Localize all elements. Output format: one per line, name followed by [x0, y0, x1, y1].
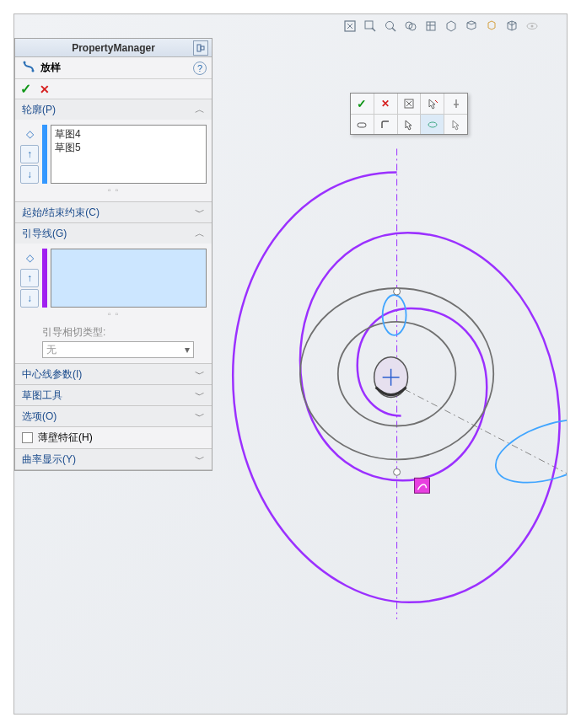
section-profiles: 轮廓(P) ︿ ◇ ↑ ↓ 草图4 草图5 ▫ ▫	[15, 99, 212, 202]
section-centerline-head[interactable]: 中心线参数(I)﹀	[15, 364, 212, 384]
svg-rect-32	[571, 0, 581, 728]
cancel-icon[interactable]: ✕	[40, 83, 50, 96]
zoom-fit-icon[interactable]	[341, 17, 359, 35]
guide-color-bar	[42, 249, 47, 308]
chevron-down-icon: ﹀	[195, 367, 205, 382]
svg-point-10	[24, 62, 26, 64]
view-orient-icon[interactable]	[422, 17, 440, 35]
svg-rect-5	[427, 22, 435, 30]
move-down-button[interactable]: ↓	[20, 289, 39, 308]
pm-title: PropertyManager	[72, 42, 155, 54]
hide-show-icon[interactable]	[462, 17, 481, 35]
move-up-button[interactable]: ↑	[20, 269, 39, 287]
feature-label: 放样	[40, 61, 61, 75]
ok-cancel-row: ✓ ✕	[15, 79, 212, 99]
svg-point-20	[394, 468, 401, 475]
section-icon[interactable]	[401, 17, 420, 35]
svg-rect-23	[358, 123, 366, 127]
svg-rect-29	[0, 0, 581, 10]
ctx-cancel-icon[interactable]: ✕	[374, 94, 398, 114]
display-style-icon[interactable]	[442, 17, 460, 35]
section-profiles-label: 轮廓(P)	[22, 103, 56, 117]
pm-titlebar: PropertyManager	[15, 39, 212, 57]
ctx-slot-icon[interactable]	[351, 115, 374, 134]
profile-marker-icon[interactable]: ◇	[20, 125, 39, 143]
list-item[interactable]: 草图5	[55, 141, 202, 154]
chevron-down-icon: ﹀	[195, 388, 205, 403]
feature-header: 放样 ?	[15, 57, 212, 79]
chevron-down-icon: ﹀	[195, 410, 205, 424]
section-sketchtools-head[interactable]: 草图工具﹀	[15, 385, 212, 405]
section-guide-head[interactable]: 引导线(G) ︿	[15, 223, 212, 244]
loft-icon	[22, 60, 35, 76]
ctx-cursor-icon[interactable]	[421, 94, 444, 114]
section-options-head[interactable]: 选项(O)﹀	[15, 406, 212, 426]
property-manager-panel: PropertyManager 放样 ? ✓ ✕ 轮廓(P) ︿ ◇ ↑	[14, 38, 212, 471]
ok-icon[interactable]: ✓	[20, 81, 31, 97]
ctx-pin-icon[interactable]	[444, 94, 467, 114]
context-toolbar: ✓ ✕	[350, 93, 468, 135]
resize-handle[interactable]: ▫ ▫	[20, 308, 207, 320]
svg-point-19	[394, 288, 401, 295]
prev-view-icon[interactable]	[381, 17, 400, 35]
guide-listbox[interactable]	[51, 249, 207, 308]
section-curvature-head[interactable]: 曲率显示(Y)﹀	[15, 449, 212, 469]
scene-icon[interactable]	[503, 17, 521, 35]
section-curvature-label: 曲率显示(Y)	[22, 452, 76, 467]
tangent-type-label: 引导相切类型:	[42, 325, 207, 340]
view-toolbar	[341, 17, 541, 35]
svg-point-7	[531, 25, 534, 28]
section-sketchtools-label: 草图工具	[22, 388, 62, 403]
profiles-listbox[interactable]: 草图4 草图5	[51, 125, 207, 184]
ctx-select-icon[interactable]	[398, 115, 422, 134]
chevron-down-icon: ▾	[185, 344, 190, 356]
svg-rect-8	[197, 45, 201, 51]
zoom-area-icon[interactable]	[361, 17, 379, 35]
section-options-label: 选项(O)	[22, 410, 56, 424]
ctx-corner-icon[interactable]	[374, 115, 398, 134]
appearance-icon[interactable]	[482, 17, 501, 35]
resize-handle[interactable]: ▫ ▫	[20, 184, 207, 196]
move-up-button[interactable]: ↑	[20, 145, 39, 163]
list-item[interactable]: 草图4	[55, 127, 202, 141]
section-profiles-head[interactable]: 轮廓(P) ︿	[15, 99, 212, 120]
svg-point-24	[428, 122, 437, 127]
ctx-filter-icon[interactable]	[421, 115, 444, 134]
thin-feature-row[interactable]: 薄壁特征(H)	[15, 427, 212, 448]
move-down-button[interactable]: ↓	[20, 165, 39, 184]
section-centerline-label: 中心线参数(I)	[22, 367, 82, 382]
svg-rect-31	[0, 0, 10, 728]
section-startend-label: 起始/结束约束(C)	[22, 206, 100, 220]
chevron-down-icon: ﹀	[195, 452, 205, 467]
ctx-ok-icon[interactable]: ✓	[351, 94, 374, 114]
svg-rect-9	[201, 46, 204, 50]
tangent-type-value: 无	[46, 343, 56, 357]
help-icon[interactable]: ?	[193, 62, 207, 75]
chevron-up-icon: ︿	[195, 103, 205, 117]
eye-icon[interactable]	[523, 17, 541, 35]
svg-rect-30	[0, 718, 581, 728]
ctx-detail-icon[interactable]	[398, 94, 422, 114]
profile-color-bar	[42, 125, 47, 184]
tangent-type-select[interactable]: 无 ▾	[42, 341, 194, 358]
thin-label: 薄壁特征(H)	[38, 431, 93, 445]
chevron-down-icon: ﹀	[195, 206, 205, 220]
guide-marker-icon[interactable]: ◇	[20, 249, 39, 267]
thin-checkbox[interactable]	[22, 432, 33, 443]
section-guide: 引导线(G) ︿ ◇ ↑ ↓ ▫ ▫ 引导相切类型: 无 ▾	[15, 223, 212, 364]
section-startend-head[interactable]: 起始/结束约束(C)﹀	[15, 202, 212, 222]
svg-rect-1	[365, 21, 373, 29]
svg-point-11	[32, 70, 35, 72]
pin-icon[interactable]	[193, 40, 208, 56]
svg-point-17	[488, 408, 567, 495]
section-guide-label: 引导线(G)	[22, 227, 67, 241]
ctx-select2-icon[interactable]	[444, 115, 467, 134]
chevron-up-icon: ︿	[195, 227, 205, 241]
svg-point-16	[383, 295, 406, 335]
